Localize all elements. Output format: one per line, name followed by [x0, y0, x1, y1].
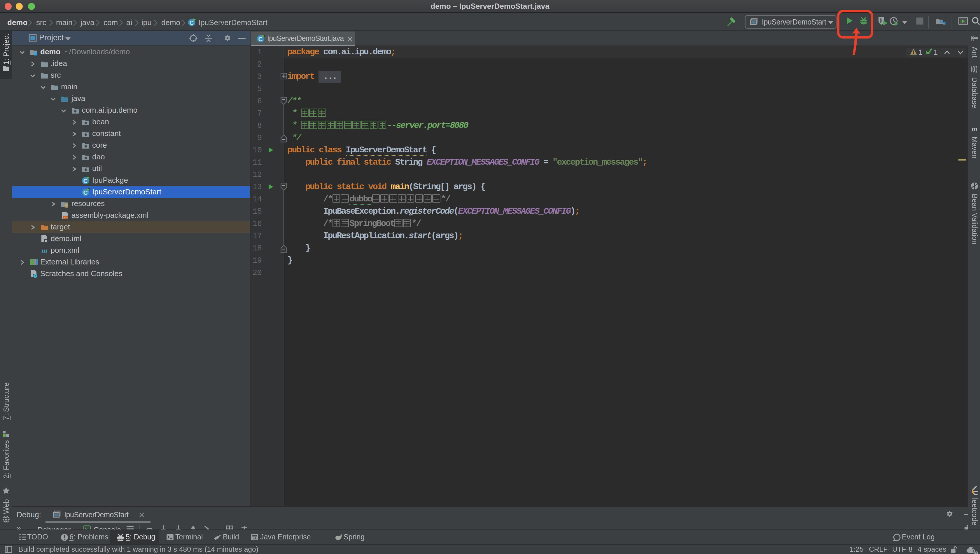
svg-text:C: C [189, 19, 194, 26]
svg-text:m: m [41, 246, 47, 255]
svg-text:C: C [258, 36, 263, 42]
svg-text:EE: EE [252, 536, 257, 540]
svg-text:m: m [972, 125, 977, 133]
svg-text:<>: <> [64, 216, 68, 219]
svg-text:C: C [83, 189, 88, 196]
svg-text:C: C [83, 177, 88, 184]
